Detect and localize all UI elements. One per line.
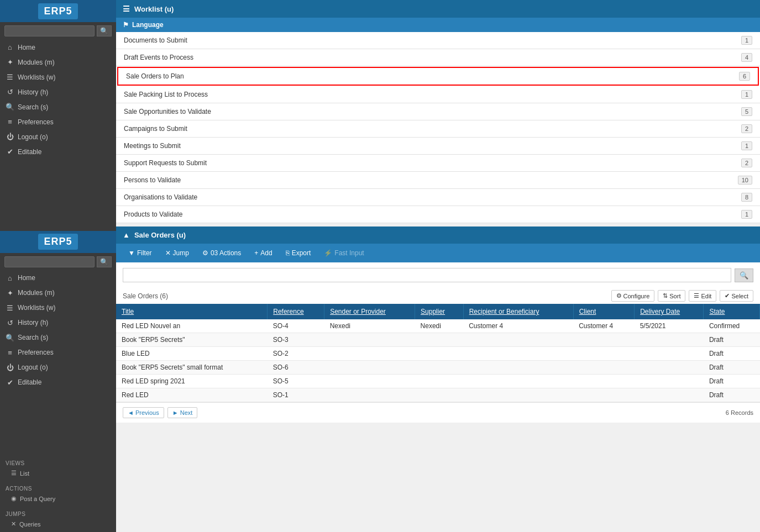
table-row[interactable]: Red LED Nouvel anSO-4NexediNexediCustome… — [116, 319, 760, 333]
worklist-item-label: Support Requests to Submit — [124, 159, 207, 167]
sidebar-item-queries[interactable]: ✕ Queries — [0, 518, 116, 530]
history2-label: History (h) — [18, 319, 48, 326]
logout2-label: Logout (o) — [18, 364, 48, 371]
sidebar-item-post-query[interactable]: ◉ Post a Query — [0, 493, 116, 504]
cell-supplier — [415, 388, 464, 402]
sidebar-item-editable2[interactable]: ✔Editable — [0, 375, 116, 390]
sidebar-item-preferences[interactable]: ≡Preferences — [0, 114, 116, 129]
sidebar-item-search[interactable]: 🔍Search (s) — [0, 99, 116, 114]
worklist-row[interactable]: Meetings to Submit1 — [116, 138, 760, 155]
actions-label: 03 Actions — [211, 249, 241, 257]
table-search-button[interactable]: 🔍 — [735, 268, 753, 282]
table-search-input[interactable] — [123, 268, 731, 282]
worklist-row[interactable]: Sale Packing List to Process1 — [116, 86, 760, 103]
col-label-supplier: Supplier — [421, 308, 445, 315]
export-button[interactable]: ⎘ Export — [280, 247, 317, 259]
worklist-item-label: Persons to Validate — [124, 176, 181, 184]
sidebar-item-worklists2[interactable]: ☰Worklists (w) — [0, 301, 116, 315]
sidebar-logo-top: ERP5 — [0, 0, 116, 22]
home2-icon: ⌂ — [6, 274, 14, 282]
table-row[interactable]: Book "ERP5 Secrets" small formatSO-6Draf… — [116, 361, 760, 375]
col-header-delivery_date[interactable]: Delivery Date — [635, 304, 704, 319]
cell-delivery_date — [635, 347, 704, 361]
worklist-row[interactable]: Organisations to Validate8 — [116, 189, 760, 206]
cell-recipient: Customer 4 — [463, 319, 573, 333]
worklist-row[interactable]: Persons to Validate10 — [116, 172, 760, 189]
sidebar-item-modules[interactable]: ✦Modules (m) — [0, 55, 116, 70]
filter-button[interactable]: ▼ Filter — [123, 247, 158, 259]
sidebar-search-btn-bottom[interactable]: 🔍 — [97, 256, 112, 267]
select-button[interactable]: ✔ Select — [720, 290, 753, 302]
cell-recipient — [463, 333, 573, 347]
col-header-recipient[interactable]: Recipient or Beneficiary — [463, 304, 573, 319]
sidebar-item-modules2[interactable]: ✦Modules (m) — [0, 286, 116, 301]
filter-label: Filter — [137, 249, 152, 257]
sidebar-item-preferences2[interactable]: ≡Preferences — [0, 345, 116, 360]
worklist-item-label: Products to Validate — [124, 210, 183, 218]
cell-title: Red LED — [116, 388, 268, 402]
sort-button[interactable]: ⇅ Sort — [658, 290, 685, 302]
col-header-reference[interactable]: Reference — [268, 304, 324, 319]
worklist-row[interactable]: Sale Opportunities to Validate5 — [116, 103, 760, 120]
sort-label: Sort — [669, 293, 680, 299]
table-row[interactable]: Blue LEDSO-2Draft — [116, 347, 760, 361]
history-label: History (h) — [18, 88, 48, 96]
configure-button[interactable]: ⚙ Configure — [611, 290, 655, 302]
sidebar-search-btn-top[interactable]: 🔍 — [97, 25, 112, 36]
edit-button[interactable]: ☰ Edit — [689, 290, 716, 302]
table-row[interactable]: Red LEDSO-1Draft — [116, 388, 760, 402]
col-header-title[interactable]: Title — [116, 304, 268, 319]
sidebar-item-editable[interactable]: ✔Editable — [0, 144, 116, 159]
col-header-sender[interactable]: Sender or Provider — [324, 304, 415, 319]
sidebar-item-history2[interactable]: ↺History (h) — [0, 315, 116, 330]
sidebar-item-list[interactable]: ☰ List — [0, 467, 116, 479]
worklist-item-count: 10 — [738, 176, 752, 185]
fastinput-button[interactable]: ⚡ Fast Input — [318, 247, 369, 259]
worklist-row[interactable]: Products to Validate1 — [116, 206, 760, 223]
list-icon: ☰ — [11, 470, 17, 477]
editable-label: Editable — [18, 148, 41, 156]
cell-supplier — [415, 361, 464, 375]
sidebar-item-home[interactable]: ⌂Home — [0, 40, 116, 55]
prev-page-button[interactable]: ◄ Previous — [123, 407, 164, 418]
worklist-item-label: Organisations to Validate — [124, 193, 197, 201]
worklist-item-count: 1 — [741, 90, 752, 99]
erp5-logo-bottom: ERP5 — [38, 234, 77, 250]
actions-button[interactable]: ⚙ 03 Actions — [197, 247, 247, 259]
fastinput-label: Fast Input — [334, 249, 364, 257]
sidebar-item-worklists[interactable]: ☰Worklists (w) — [0, 70, 116, 85]
sidebar-search-input-top[interactable] — [4, 25, 95, 36]
next-page-button[interactable]: ► Next — [167, 407, 198, 418]
cell-reference: SO-3 — [268, 333, 324, 347]
col-header-supplier[interactable]: Supplier — [415, 304, 464, 319]
worklist-row[interactable]: Support Requests to Submit2 — [116, 155, 760, 172]
cell-state: Draft — [704, 361, 760, 375]
sidebar-item-logout2[interactable]: ⏻Logout (o) — [0, 360, 116, 375]
worklist-row[interactable]: Documents to Submit1 — [116, 32, 760, 49]
col-header-client[interactable]: Client — [573, 304, 634, 319]
views-label: VIEWS — [0, 458, 116, 467]
sale-orders-header: ▲ Sale Orders (u) — [116, 227, 760, 244]
worklist-row[interactable]: Campaigns to Submit2 — [116, 120, 760, 138]
logout-label: Logout (o) — [18, 133, 48, 141]
table-row[interactable]: Book "ERP5 Secrets"SO-3Draft — [116, 333, 760, 347]
cell-reference: SO-4 — [268, 319, 324, 333]
cell-sender — [324, 347, 415, 361]
worklist-row[interactable]: Sale Orders to Plan6 — [117, 67, 759, 86]
worklist-row[interactable]: Draft Events to Process4 — [116, 49, 760, 66]
sidebar-search-input-bottom[interactable] — [4, 256, 95, 267]
table-row[interactable]: Red LED spring 2021SO-5Draft — [116, 375, 760, 388]
col-header-state[interactable]: State — [704, 304, 760, 319]
jump-button[interactable]: ✕ Jump — [160, 247, 195, 259]
queries-icon: ✕ — [11, 520, 16, 528]
sidebar-item-history[interactable]: ↺History (h) — [0, 85, 116, 99]
cell-state: Draft — [704, 347, 760, 361]
language-bar-title: Language — [132, 21, 164, 29]
add-button[interactable]: + Add — [249, 247, 277, 259]
sidebar-item-home2[interactable]: ⌂Home — [0, 271, 116, 286]
modules2-label: Modules (m) — [18, 289, 55, 297]
table-info-label: Sale Orders (6) — [123, 292, 168, 300]
pagination: ◄ Previous ► Next 6 Records — [116, 402, 760, 423]
sidebar-item-logout[interactable]: ⏻Logout (o) — [0, 129, 116, 144]
sidebar-item-search2[interactable]: 🔍Search (s) — [0, 330, 116, 345]
